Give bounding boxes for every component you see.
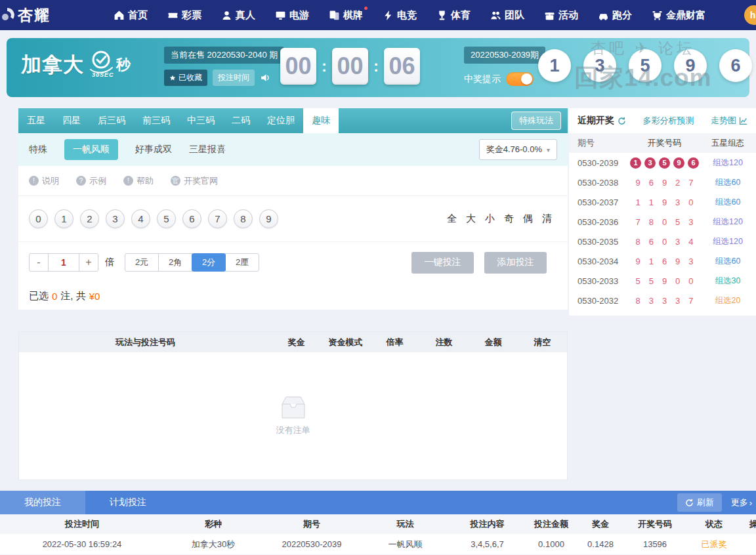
unit-yuan[interactable]: 2元: [125, 253, 159, 272]
info-shili[interactable]: ? 示例: [76, 175, 106, 187]
nav-item-boardgames[interactable]: 棋牌: [329, 9, 363, 22]
refresh-label: 刷新: [697, 497, 714, 508]
tab-housanma[interactable]: 后三码: [89, 108, 134, 133]
nav-item-esports[interactable]: 电竞: [383, 9, 417, 22]
tab-qiansanma[interactable]: 前三码: [134, 108, 178, 133]
draw-ball: 5: [659, 157, 670, 169]
nav-item-live[interactable]: 真人: [221, 9, 255, 22]
quick-clear[interactable]: 清: [542, 213, 552, 225]
subtab-sanxingbaoxi[interactable]: 三星报喜: [189, 144, 226, 155]
unit-jiao[interactable]: 2角: [158, 253, 192, 272]
analysis-link[interactable]: 多彩分析预测: [643, 115, 694, 127]
tab-erma[interactable]: 二码: [223, 108, 259, 133]
bonus-select[interactable]: 奖金4.76-0.0% ▾: [479, 139, 557, 160]
col-issue: 期号: [262, 518, 361, 530]
bet-play: 一帆风顺: [361, 539, 450, 550]
ball-8[interactable]: 8: [234, 209, 253, 228]
nav-label: 体育: [451, 9, 471, 22]
result-number-ball: 3: [583, 49, 616, 82]
speaker-icon[interactable]: [260, 72, 271, 83]
unit-fen[interactable]: 2分: [192, 253, 226, 272]
selected-prefix: 已选: [29, 290, 49, 302]
ball-0[interactable]: 0: [29, 209, 48, 228]
tab-zhongsanma[interactable]: 中三码: [178, 108, 223, 133]
subtab-yifanfengshun[interactable]: 一帆风顺: [64, 139, 118, 160]
subtab-haoshichengshuang[interactable]: 好事成双: [135, 144, 172, 155]
nav-item-home[interactable]: 首页: [114, 9, 148, 22]
trend-chart-label: 走势图: [711, 115, 736, 127]
tab-sixing[interactable]: 四星: [54, 108, 89, 133]
nav-item-team[interactable]: 团队: [490, 9, 524, 22]
logo-mark-icon: [0, 7, 16, 24]
help-icon: !: [123, 176, 133, 186]
col-content: 投注内容: [450, 518, 525, 530]
nav-item-paofen[interactable]: 跑分: [598, 9, 632, 22]
pattern-label: 组选60: [700, 256, 756, 267]
ball-4[interactable]: 4: [131, 209, 150, 228]
quick-odd[interactable]: 奇: [504, 213, 514, 225]
result-row: 0530-2033 55900 组选30: [569, 271, 756, 291]
tab-quwei[interactable]: 趣味: [303, 108, 339, 133]
ball-7[interactable]: 7: [208, 209, 227, 228]
bet-amount: 0.1000: [525, 539, 578, 549]
ball-2[interactable]: 2: [80, 209, 99, 228]
bet-status: 已派奖: [686, 539, 742, 550]
info-bangzhu[interactable]: ! 帮助: [123, 175, 154, 187]
ball-9[interactable]: 9: [259, 209, 278, 228]
subtab-teshu[interactable]: 特殊: [29, 144, 47, 155]
multiplier-plus-button[interactable]: +: [79, 253, 98, 272]
info-guanwang[interactable]: 官 开奖官网: [171, 175, 218, 187]
trend-chart-icon: [739, 117, 747, 125]
special-play-button[interactable]: 特殊玩法: [511, 112, 561, 130]
site-logo[interactable]: 杏耀: [4, 5, 51, 26]
ball-5[interactable]: 5: [157, 209, 176, 228]
one-key-bet-button[interactable]: 一键投注: [411, 252, 474, 274]
pattern-label: 组选120: [700, 236, 756, 247]
issue-number: 0530-2035: [569, 237, 629, 247]
result-row: 0530-2036 78053 组选120: [569, 212, 756, 232]
multiplier-input[interactable]: [48, 253, 79, 272]
nav-label: 活动: [558, 9, 578, 22]
unit-li[interactable]: 2厘: [225, 253, 259, 272]
tiles-icon: [329, 10, 340, 21]
lottery-sec-text: 30SEC: [92, 72, 114, 78]
col-clear[interactable]: 清空: [518, 337, 567, 348]
multiplier-minus-button[interactable]: -: [29, 253, 49, 272]
recent-results-title[interactable]: 近期开奖: [578, 115, 626, 127]
result-number-ball: 5: [629, 49, 662, 82]
quick-even[interactable]: 偶: [523, 213, 533, 225]
nav-item-lottery[interactable]: 彩票: [167, 9, 201, 22]
bet-content: 3,4,5,6,7: [450, 539, 525, 549]
tab-dingweidan[interactable]: 定位胆: [259, 108, 303, 133]
result-row: 0530-2038 96927 组选60: [569, 173, 756, 192]
bet-time-button[interactable]: 投注时间: [213, 70, 255, 86]
refresh-button[interactable]: 刷新: [677, 493, 722, 512]
nav-item-egames[interactable]: 电游: [275, 9, 309, 22]
tab-my-bets[interactable]: 我的投注: [0, 491, 85, 514]
quick-small[interactable]: 小: [485, 213, 495, 225]
tab-wuxing[interactable]: 五星: [18, 108, 54, 133]
quick-all[interactable]: 全: [447, 213, 457, 225]
info-icon: !: [29, 176, 39, 186]
nav-item-activity[interactable]: 活动: [544, 9, 578, 22]
win-tip-toggle[interactable]: [506, 72, 534, 86]
bonus-select-value: 奖金4.76-0.0%: [486, 144, 542, 155]
service-hi-button[interactable]: hi: [744, 5, 756, 25]
add-bet-button[interactable]: 添加投注: [484, 252, 547, 274]
more-link[interactable]: 更多 ›: [731, 497, 752, 508]
tab-plan-bets[interactable]: 计划投注: [85, 491, 171, 514]
official-icon: 官: [171, 176, 180, 186]
ball-6[interactable]: 6: [182, 209, 201, 228]
favorite-button[interactable]: 已收藏: [164, 70, 207, 86]
ball-1[interactable]: 1: [54, 209, 74, 228]
info-shuoming[interactable]: ! 说明: [29, 175, 59, 187]
nav-item-sports[interactable]: 体育: [436, 9, 471, 22]
ball-3[interactable]: 3: [106, 209, 125, 228]
bet-issue: 20220530-2039: [262, 539, 361, 549]
result-numbers: 1 3 5 9 6: [538, 49, 752, 82]
quick-big[interactable]: 大: [466, 213, 476, 225]
lottery-logo: 加拿大 30SEC 秒: [21, 51, 131, 79]
trend-chart-link[interactable]: 走势图: [711, 115, 747, 127]
result-row: 0530-2037 11930 组选60: [569, 192, 756, 212]
nav-item-wealth[interactable]: 金鼎财富: [652, 9, 705, 22]
